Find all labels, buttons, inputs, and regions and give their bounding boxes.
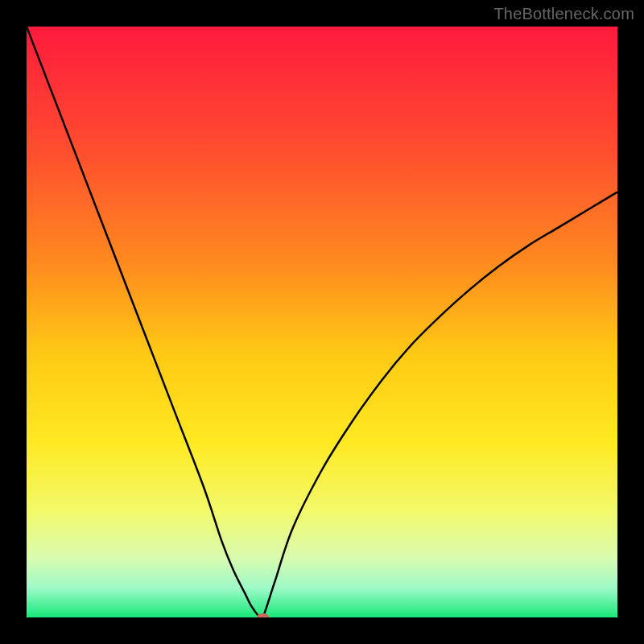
plot-area: [27, 27, 617, 617]
gradient-background: [27, 27, 617, 617]
chart-svg: [27, 27, 617, 617]
bottleneck-chart: TheBottleneck.com: [0, 0, 644, 644]
watermark-text: TheBottleneck.com: [493, 5, 634, 23]
